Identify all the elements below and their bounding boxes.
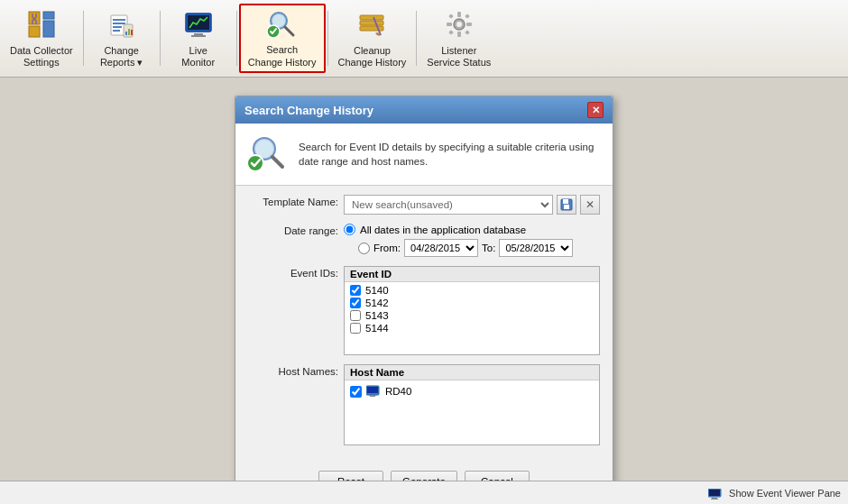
toolbar-btn-change-reports[interactable]: Change Reports ▾ [86, 4, 158, 73]
clear-template-button[interactable]: ✕ [580, 195, 600, 215]
toolbar-separator-5 [416, 11, 417, 66]
save-template-button[interactable] [557, 195, 576, 215]
svg-rect-21 [360, 26, 383, 31]
event-viewer-pane-icon [708, 486, 725, 499]
cleanup-change-history-label: Cleanup Change History [338, 45, 407, 69]
to-date-select[interactable]: 05/28/2015 [499, 239, 573, 257]
event-5140-checkbox[interactable] [350, 285, 361, 296]
dialog-title: Search Change History [244, 104, 373, 117]
from-date-radio[interactable] [358, 243, 370, 254]
event-5140-label[interactable]: 5140 [365, 285, 389, 296]
svg-rect-10 [125, 32, 127, 35]
host-list-items: RD40 [345, 380, 599, 402]
svg-rect-49 [711, 499, 718, 499]
svg-rect-2 [43, 12, 54, 19]
show-event-viewer-label[interactable]: Show Event Viewer Pane [729, 488, 841, 499]
svg-rect-45 [369, 395, 376, 396]
event-ids-control: Event ID 5140 5142 [344, 266, 600, 355]
svg-rect-29 [447, 23, 452, 26]
host-names-listbox: Host Name [344, 364, 600, 445]
svg-rect-22 [360, 21, 383, 25]
svg-line-37 [272, 157, 282, 167]
svg-rect-6 [113, 23, 125, 24]
toolbar: Data Collector Settings Change Reports ▾ [0, 0, 848, 78]
svg-rect-41 [564, 205, 569, 209]
event-5144-label[interactable]: 5144 [365, 323, 389, 334]
host-name-column-header: Host Name [345, 365, 599, 380]
toolbar-separator-3 [236, 11, 237, 66]
svg-rect-44 [370, 396, 375, 397]
toolbar-separator-1 [83, 11, 84, 66]
list-item: 5142 [345, 297, 599, 309]
template-name-control: New search(unsaved) ✕ [344, 195, 600, 215]
svg-point-26 [456, 22, 462, 27]
svg-rect-34 [465, 30, 470, 35]
change-reports-label: Change Reports ▾ [100, 45, 143, 69]
live-monitor-icon [180, 8, 217, 41]
svg-rect-16 [191, 35, 206, 37]
event-ids-list-items[interactable]: 5140 5142 5143 [345, 282, 599, 354]
template-name-label: Template Name: [248, 195, 338, 207]
event-ids-row: Event IDs: Event ID 5140 5142 [248, 266, 600, 355]
search-change-history-label: Search Change History [248, 44, 317, 68]
host-rd40-label[interactable]: RD40 [385, 386, 411, 397]
toolbar-btn-cleanup-change-history[interactable]: Cleanup Change History [330, 4, 415, 73]
search-change-history-icon [264, 8, 300, 41]
dialog-body: Template Name: New search(unsaved) [235, 186, 613, 463]
date-from-to-row: From: 04/28/2015 To: 05/28/2015 [358, 239, 600, 257]
date-range-row: Date range: All dates in the application… [248, 224, 600, 257]
toolbar-btn-live-monitor[interactable]: Live Monitor [162, 4, 235, 73]
svg-rect-7 [113, 26, 122, 28]
event-5143-label[interactable]: 5143 [365, 310, 389, 321]
svg-rect-31 [448, 14, 454, 19]
toolbar-btn-listener-service-status[interactable]: Listener Service Status [419, 4, 499, 73]
host-names-control: Host Name [344, 364, 600, 445]
svg-rect-33 [448, 30, 454, 35]
all-dates-radio-label[interactable]: All dates in the application database [360, 225, 526, 235]
svg-rect-15 [194, 33, 203, 35]
svg-rect-1 [29, 26, 40, 37]
host-rd40-checkbox[interactable] [350, 386, 362, 398]
host-item: RD40 [345, 382, 599, 400]
main-content: Search Change History ✕ Search for Event… [0, 78, 848, 481]
toolbar-btn-data-collector[interactable]: Data Collector Settings [2, 4, 81, 73]
listener-service-status-label: Listener Service Status [427, 45, 491, 69]
list-item: 5143 [345, 309, 599, 322]
svg-rect-43 [367, 387, 378, 393]
svg-rect-11 [128, 29, 130, 35]
live-monitor-label: Live Monitor [181, 45, 215, 69]
svg-rect-48 [712, 498, 717, 499]
change-reports-icon [104, 8, 140, 41]
host-names-row: Host Names: Host Name [248, 364, 600, 445]
all-dates-radio-row: All dates in the application database [344, 224, 600, 235]
all-dates-radio[interactable] [344, 224, 355, 235]
dialog-header: Search for Event ID details by specifyin… [235, 124, 613, 186]
data-collector-label: Data Collector Settings [10, 45, 73, 69]
svg-rect-32 [465, 14, 470, 19]
svg-rect-12 [131, 30, 133, 35]
dialog-description: Search for Event ID details by specifyin… [299, 140, 602, 169]
data-collector-icon [23, 8, 60, 41]
svg-rect-28 [457, 32, 461, 37]
svg-rect-3 [43, 21, 54, 37]
dialog-close-button[interactable]: ✕ [587, 102, 604, 118]
dialog-search-icon [246, 133, 290, 176]
event-id-column-header: Event ID [345, 267, 599, 282]
toolbar-btn-search-change-history[interactable]: Search Change History [239, 4, 326, 73]
host-icon [366, 384, 381, 399]
host-names-label: Host Names: [248, 364, 338, 377]
template-name-select[interactable]: New search(unsaved) [344, 195, 553, 215]
to-label: To: [482, 243, 495, 253]
search-change-history-dialog: Search Change History ✕ Search for Event… [235, 96, 613, 504]
event-5142-label[interactable]: 5142 [365, 298, 389, 308]
from-label[interactable]: From: [373, 243, 401, 253]
svg-rect-47 [709, 490, 720, 496]
svg-rect-40 [563, 199, 568, 204]
svg-rect-5 [113, 19, 125, 21]
event-5144-checkbox[interactable] [350, 323, 361, 334]
svg-rect-23 [360, 15, 383, 20]
event-ids-label: Event IDs: [248, 266, 338, 279]
event-5142-checkbox[interactable] [350, 298, 361, 308]
event-5143-checkbox[interactable] [350, 310, 361, 321]
from-date-select[interactable]: 04/28/2015 [404, 239, 478, 257]
